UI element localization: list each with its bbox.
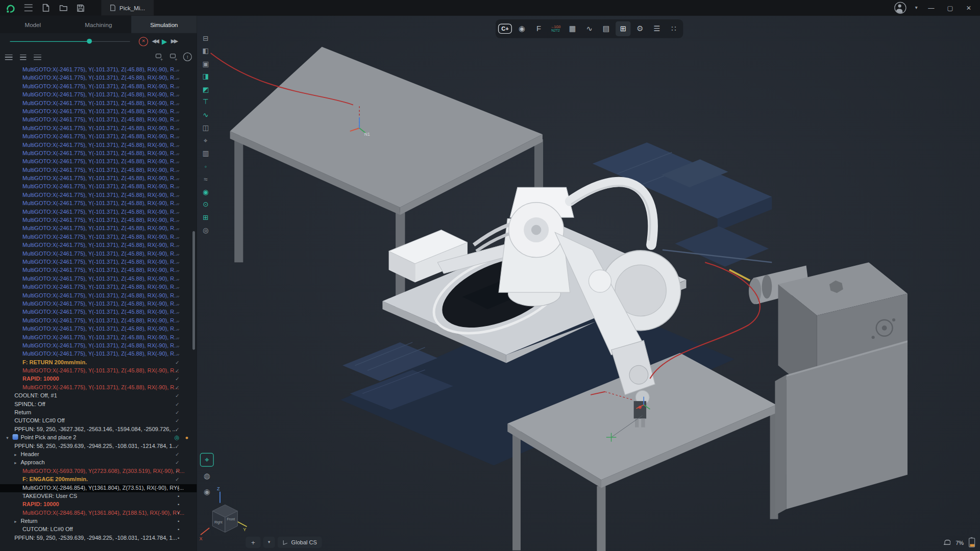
fixture-icon[interactable]: ◩ <box>200 84 211 94</box>
program-line[interactable]: MultiGOTO:X(-2461.775), Y(-101.371), Z(-… <box>0 274 197 283</box>
tab-machining[interactable]: Machining <box>66 16 132 33</box>
rewind-button[interactable]: ◀◀ <box>152 38 158 44</box>
list-view-icon[interactable] <box>5 54 13 60</box>
layers-icon[interactable]: ▤ <box>599 21 614 36</box>
program-line[interactable]: RAPID: 10000✓ <box>0 375 197 383</box>
program-line[interactable]: MultiGOTO:X(-2461.775), Y(-101.371), Z(-… <box>0 124 197 132</box>
settings-gear-icon[interactable]: ⚙ <box>632 21 647 36</box>
app-logo[interactable] <box>5 2 16 13</box>
program-line[interactable]: PPFUN: 59, 250, -2539.639, -2948.225, -1… <box>0 534 197 542</box>
snap-grid-icon[interactable]: ⊞ <box>616 21 630 36</box>
curve-icon[interactable]: ≈ <box>200 174 211 184</box>
program-line[interactable]: MultiGOTO:X(-2461.775), Y(-101.371), Z(-… <box>0 99 197 107</box>
new-file-button[interactable] <box>40 2 51 13</box>
apps-grid-icon[interactable]: ∷ <box>666 21 681 36</box>
interpolation-icon[interactable]: →1G0N2T2 <box>548 21 563 36</box>
simulation-progress-slider[interactable] <box>10 37 130 45</box>
program-line[interactable]: MultiGOTO:X(-2461.775), Y(-101.371), Z(-… <box>0 258 197 266</box>
program-line[interactable]: ▸Header✓ <box>0 450 197 459</box>
program-line[interactable]: MultiGOTO:X(-2461.775), Y(-101.371), Z(-… <box>0 384 197 392</box>
program-line[interactable]: MultiGOTO:X(-2461.775), Y(-101.371), Z(-… <box>0 199 197 208</box>
program-line[interactable]: MultiGOTO:X(-2461.775), Y(-101.371), Z(-… <box>0 224 197 233</box>
program-line[interactable]: CUTCOM: LC#0 Off• <box>0 525 197 534</box>
camera-b-icon[interactable]: ⊙ <box>200 199 211 210</box>
program-line[interactable]: MultiGOTO:X(-2461.775), Y(-101.371), Z(-… <box>0 342 197 350</box>
maximize-button[interactable]: ▢ <box>945 5 955 11</box>
cs-dropdown-chevron[interactable]: ▾ <box>263 537 275 548</box>
program-line[interactable]: COOLNT: Off, #1✓ <box>0 392 197 400</box>
program-line[interactable]: MultiGOTO:X(-2461.775), Y(-101.371), Z(-… <box>0 141 197 149</box>
viewport-3d[interactable]: N1 <box>197 16 980 551</box>
program-line[interactable]: MultiGOTO:X(-2461.775), Y(-101.371), Z(-… <box>0 300 197 308</box>
program-line[interactable]: MultiGOTO:X(-2846.854), Y(1361.804), Z(7… <box>0 484 197 492</box>
program-line[interactable]: PPFUN: 59, 250, -3627.362, -2563.146, -1… <box>0 425 197 434</box>
program-line[interactable]: MultiGOTO:X(-2461.775), Y(-101.371), Z(-… <box>0 191 197 199</box>
program-line[interactable]: MultiGOTO:X(-2461.775), Y(-101.371), Z(-… <box>0 266 197 274</box>
program-line[interactable]: MultiGOTO:X(-5693.709), Y(2723.608), Z(3… <box>0 467 197 475</box>
program-line[interactable]: PPFUN: 58, 250, -2539.639, -2948.225, -1… <box>0 442 197 450</box>
machine-view-icon[interactable]: ▦ <box>565 21 580 36</box>
orbit-tool-icon[interactable]: ◍ <box>201 470 213 482</box>
program-line[interactable]: MultiGOTO:X(-2461.775), Y(-101.371), Z(-… <box>0 74 197 82</box>
3d-scene[interactable]: N1 <box>197 16 980 551</box>
program-line[interactable]: MultiGOTO:X(-2461.775), Y(-101.371), Z(-… <box>0 333 197 341</box>
display-options-icon[interactable]: ☰ <box>649 21 664 36</box>
program-line[interactable]: TAKEOVER: User CS• <box>0 492 197 500</box>
grid-icon[interactable]: ⊞ <box>200 212 211 222</box>
slider-knob[interactable] <box>87 39 92 44</box>
program-line[interactable]: MultiGOTO:X(-2461.775), Y(-101.371), Z(-… <box>0 183 197 191</box>
document-tab[interactable]: Pick_Mi... <box>101 0 154 16</box>
workpiece-icon[interactable]: ◨ <box>200 71 211 82</box>
expand-arrow-icon[interactable]: ▸ <box>14 450 19 459</box>
program-line[interactable]: MultiGOTO:X(-2461.775), Y(-101.371), Z(-… <box>0 108 197 116</box>
program-line[interactable]: MultiGOTO:X(-2461.775), Y(-101.371), Z(-… <box>0 249 197 258</box>
coordinate-system-icon[interactable]: ⌖ <box>200 136 211 146</box>
program-line[interactable]: MultiGOTO:X(-2461.775), Y(-101.371), Z(-… <box>0 82 197 90</box>
program-scrollbar[interactable] <box>192 231 195 350</box>
program-line[interactable]: MultiGOTO:X(-2461.775), Y(-101.371), Z(-… <box>0 133 197 141</box>
program-line[interactable]: MultiGOTO:X(-2461.775), Y(-101.371), Z(-… <box>0 316 197 324</box>
nc-code-icon[interactable]: C+ <box>498 21 512 36</box>
camera-tool-icon[interactable]: ◉ <box>201 485 213 497</box>
info-icon[interactable]: ! <box>183 53 192 61</box>
close-button[interactable]: ✕ <box>964 5 974 11</box>
program-line[interactable]: MultiGOTO:X(-2846.854), Y(1361.804), Z(1… <box>0 509 197 517</box>
robot-pose-icon[interactable]: ◫ <box>200 123 211 133</box>
compact-view-icon[interactable] <box>34 54 41 60</box>
program-line[interactable]: MultiGOTO:X(-2461.775), Y(-101.371), Z(-… <box>0 308 197 316</box>
machine-icon[interactable]: ◧ <box>200 46 211 56</box>
stock-icon[interactable]: ▣ <box>200 59 211 69</box>
program-line[interactable]: SPINDL: Off✓ <box>0 400 197 408</box>
point-icon[interactable]: ◦ <box>200 161 211 171</box>
user-menu-chevron-icon[interactable]: ▾ <box>915 5 918 11</box>
minimize-button[interactable]: — <box>926 5 937 11</box>
program-line[interactable]: MultiGOTO:X(-2461.775), Y(-101.371), Z(-… <box>0 116 197 124</box>
program-line[interactable]: ▾Point Pick and place 2◎ <box>0 434 197 442</box>
add-robot-pose-icon[interactable] <box>169 53 177 61</box>
tab-model[interactable]: Model <box>0 16 66 33</box>
camera-c-icon[interactable]: ◎ <box>200 225 211 235</box>
program-line[interactable]: MultiGOTO:X(-2461.775), Y(-101.371), Z(-… <box>0 325 197 333</box>
program-line[interactable]: MultiGOTO:X(-2461.775), Y(-101.371), Z(-… <box>0 216 197 224</box>
expand-arrow-icon[interactable]: ▸ <box>14 517 19 525</box>
fast-forward-button[interactable]: ▶▶ <box>171 38 177 44</box>
main-menu-button[interactable] <box>22 2 34 13</box>
program-line[interactable]: MultiGOTO:X(-2461.775), Y(-101.371), Z(-… <box>0 158 197 166</box>
program-line[interactable]: MultiGOTO:X(-2461.775), Y(-101.371), Z(-… <box>0 174 197 183</box>
gcode-view-icon[interactable]: ▥ <box>200 148 211 159</box>
collapse-arrow-icon[interactable]: ▾ <box>6 434 11 442</box>
camera-a-icon[interactable]: ◉ <box>200 187 211 197</box>
printer-icon[interactable]: ⊟ <box>200 33 211 43</box>
tool-icon[interactable]: ⊤ <box>200 97 211 107</box>
crosshair-tool-icon[interactable]: ⌖ <box>200 453 214 467</box>
open-file-button[interactable] <box>58 2 69 13</box>
stop-simulation-button[interactable]: ✕ <box>139 37 148 46</box>
coordinate-system-selector[interactable]: Global CS <box>278 537 322 548</box>
add-robot-point-icon[interactable] <box>154 53 162 61</box>
program-line[interactable]: MultiGOTO:X(-2461.775), Y(-101.371), Z(-… <box>0 241 197 249</box>
program-line[interactable]: MultiGOTO:X(-2461.775), Y(-101.371), Z(-… <box>0 291 197 299</box>
signal-trace-icon[interactable]: ∿ <box>582 21 597 36</box>
feed-mode-icon[interactable]: F <box>531 21 546 36</box>
tab-simulation[interactable]: Simulation <box>131 16 197 33</box>
program-line[interactable]: RAPID: 10000• <box>0 500 197 509</box>
